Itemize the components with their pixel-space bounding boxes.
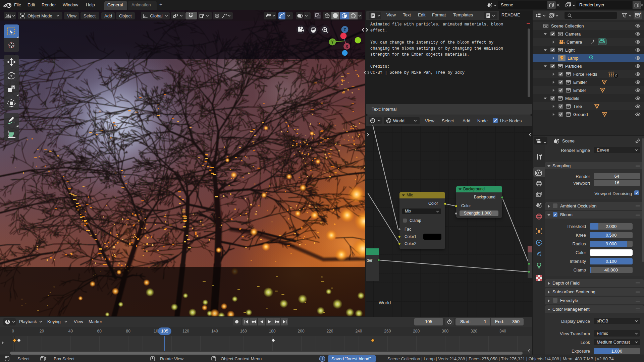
svg-text:Z: Z bbox=[343, 27, 346, 32]
svg-text:X: X bbox=[345, 44, 348, 49]
svg-text:Y: Y bbox=[331, 40, 334, 45]
